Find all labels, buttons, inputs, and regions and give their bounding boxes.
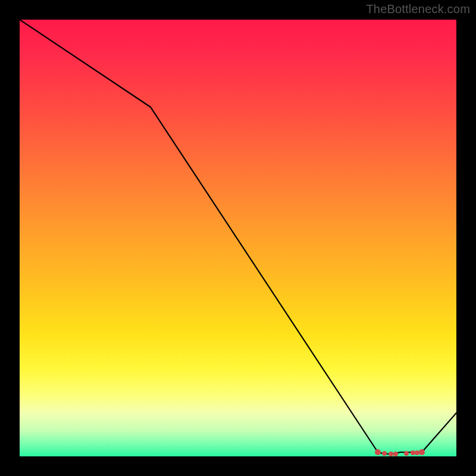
plot-area (20, 20, 456, 456)
bottleneck-curve (20, 20, 456, 454)
chart-svg (20, 20, 456, 456)
chart-stage: TheBottleneck.com (0, 0, 476, 476)
optimal-marker (375, 449, 381, 455)
optimal-marker (415, 450, 419, 455)
optimal-marker (404, 451, 409, 456)
optimal-marker (382, 451, 387, 456)
optimal-marker (419, 449, 425, 455)
optimal-marker (393, 452, 398, 456)
optimal-marker (411, 450, 415, 455)
optimal-marker (389, 452, 393, 456)
watermark-text: TheBottleneck.com (366, 2, 470, 16)
